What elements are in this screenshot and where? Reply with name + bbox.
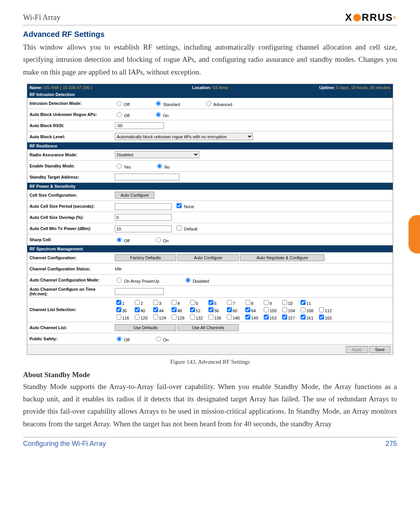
channel-48-checkbox[interactable] [172, 307, 177, 312]
figure-caption: Figure 143. Advanced RF Settings [23, 359, 397, 365]
page-header-label: Wi-Fi Array [23, 13, 61, 22]
channel-40-checkbox[interactable] [135, 307, 140, 312]
channel-140-checkbox[interactable] [227, 315, 232, 320]
channel-153-checkbox[interactable] [264, 315, 269, 320]
page-number: 275 [385, 440, 397, 448]
idm-off-radio[interactable] [117, 101, 122, 106]
auto-negotiate-button[interactable]: Auto Negotiate & Configure [240, 254, 324, 261]
channel-157-checkbox[interactable] [282, 315, 287, 320]
channel-36-checkbox[interactable] [116, 307, 121, 312]
channel-112-checkbox[interactable] [319, 307, 324, 312]
accm-label: Auto Channel Configuration Mode: [27, 274, 112, 285]
channel-44-checkbox[interactable] [153, 307, 158, 312]
ps-on-radio[interactable] [156, 336, 161, 341]
channel-10-checkbox[interactable] [282, 300, 287, 305]
acmtp-default-checkbox[interactable] [177, 225, 182, 230]
channel-165-checkbox[interactable] [319, 315, 324, 320]
channel-9-checkbox[interactable] [264, 300, 269, 305]
sta-label: Standby Target Address: [27, 171, 112, 182]
channel-6-checkbox[interactable] [208, 300, 213, 305]
uptime-label: Uptime: [319, 85, 335, 90]
ablvl-label: Auto Block Level: [27, 131, 112, 142]
channel-64-checkbox[interactable] [245, 307, 250, 312]
channel-149-checkbox[interactable] [245, 315, 250, 320]
csc-label: Cell Size Configuration: [27, 190, 112, 201]
auto-configure-cell-button[interactable]: Auto Configure [115, 192, 154, 199]
logo-dot-icon [353, 14, 361, 22]
channel-136-checkbox[interactable] [208, 315, 213, 320]
abrssi-label: Auto Block RSSI: [27, 120, 112, 131]
channel-5-checkbox[interactable] [190, 300, 195, 305]
section-title: Advanced RF Settings [23, 30, 397, 39]
section-intrusion: RF Intrusion Detection [27, 91, 393, 98]
accm-disabled-radio[interactable] [185, 278, 190, 283]
save-button[interactable]: Save [369, 346, 390, 353]
channel-2-checkbox[interactable] [135, 300, 140, 305]
intro-paragraph: This window allows you to establish RF s… [23, 41, 397, 78]
brand-logo: XRRUS® [345, 12, 397, 23]
acmtp-label: Auto Cell Min Tx Power (dBm): [27, 223, 112, 234]
channel-3-checkbox[interactable] [153, 300, 158, 305]
section-power: RF Power & Sensitivity [27, 183, 393, 190]
config-ui-panel: Name: SS-XN8 ( 10.100.47.186 ) Location:… [27, 84, 393, 355]
channel-161-checkbox[interactable] [301, 315, 306, 320]
cc-label: Channel Configuration: [27, 252, 112, 263]
acso-input[interactable] [115, 214, 172, 221]
channel-52-checkbox[interactable] [190, 307, 195, 312]
channel-104-checkbox[interactable] [282, 307, 287, 312]
location-value: SS Area [212, 85, 228, 90]
sharp-off-radio[interactable] [117, 237, 122, 242]
channel-108-checkbox[interactable] [301, 307, 306, 312]
ram-label: Radio Assurance Mode: [27, 149, 112, 161]
channel-list-cell: 1234567891011364044485256606410010410811… [112, 297, 393, 322]
idm-label: Intrusion Detection Mode: [27, 98, 112, 109]
abur-on-radio[interactable] [156, 112, 161, 117]
channel-8-checkbox[interactable] [245, 300, 250, 305]
section-resilience: RF Resilience [27, 142, 393, 149]
ccs-label: Channel Configuration Status: [27, 263, 112, 274]
channel-4-checkbox[interactable] [172, 300, 177, 305]
channel-11-checkbox[interactable] [301, 300, 306, 305]
idm-standard-radio[interactable] [156, 101, 161, 106]
auto-configure-chan-button[interactable]: Auto Configure [177, 254, 239, 261]
use-defaults-button[interactable]: Use Defaults [115, 324, 176, 331]
channel-7-checkbox[interactable] [227, 300, 232, 305]
ccs-value: Idle [112, 263, 393, 274]
acct-label: Auto Channel Configure on Time (hh:mm): [27, 285, 112, 297]
acsp-none-checkbox[interactable] [177, 203, 182, 208]
abur-off-radio[interactable] [117, 112, 122, 117]
factory-defaults-button[interactable]: Factory Defaults [115, 254, 176, 261]
ablvl-select[interactable]: Automatically block unknown rogue APs wi… [115, 133, 253, 140]
acsp-input[interactable] [115, 203, 172, 210]
apply-button[interactable]: Apply [346, 346, 368, 353]
esm-label: Enable Standby Mode: [27, 160, 112, 171]
esm-no-radio[interactable] [157, 164, 162, 169]
ram-select[interactable]: Disabled [115, 151, 199, 158]
esm-yes-radio[interactable] [117, 164, 122, 169]
channel-56-checkbox[interactable] [208, 307, 213, 312]
acso-label: Auto Cell Size Overlap (%): [27, 212, 112, 223]
acl-label: Auto Channel List: [27, 322, 112, 333]
channel-60-checkbox[interactable] [227, 307, 232, 312]
page-tab-icon [408, 215, 420, 253]
abur-label: Auto Block Unknown Rogue APs: [27, 109, 112, 120]
sta-input[interactable] [115, 174, 179, 181]
ps-off-radio[interactable] [117, 336, 122, 341]
sharp-label: Sharp Cell: [27, 234, 112, 245]
sharp-on-radio[interactable] [156, 237, 161, 242]
use-all-channels-button[interactable]: Use All Channels [177, 324, 239, 331]
channel-132-checkbox[interactable] [190, 315, 195, 320]
accm-powerup-radio[interactable] [117, 278, 122, 283]
channel-116-checkbox[interactable] [116, 315, 121, 320]
location-label: Location: [192, 85, 212, 90]
idm-advanced-radio[interactable] [206, 101, 211, 106]
channel-124-checkbox[interactable] [153, 315, 158, 320]
channel-128-checkbox[interactable] [172, 315, 177, 320]
channel-1-checkbox[interactable] [116, 300, 121, 305]
abrssi-input[interactable] [115, 122, 164, 129]
acmtp-input[interactable] [115, 225, 172, 232]
channel-100-checkbox[interactable] [264, 307, 269, 312]
acct-input[interactable] [115, 288, 164, 295]
name-value: SS-XN8 ( 10.100.47.186 ) [44, 85, 93, 90]
channel-120-checkbox[interactable] [135, 315, 140, 320]
